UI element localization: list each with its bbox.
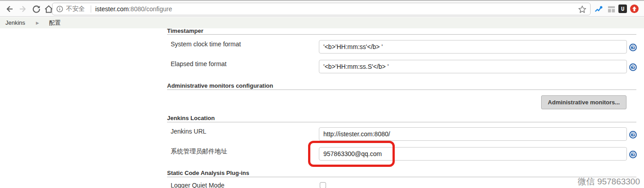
breadcrumb: Jenkins ▶ 配置 — [0, 17, 644, 28]
reload-button[interactable] — [31, 4, 41, 14]
administrative-monitors-button[interactable]: Administrative monitors... — [541, 95, 626, 109]
url-path: :8080/configure — [129, 5, 172, 13]
grid-icon — [607, 5, 616, 13]
system-clock-format-input[interactable] — [319, 40, 627, 54]
security-label: 不安全 — [66, 5, 85, 13]
omnibox-divider — [91, 5, 91, 13]
section-rule — [167, 90, 636, 90]
browser-toolbar: 不安全 istester.com:8080/configure — [0, 0, 644, 17]
help-icon[interactable]: ? — [629, 131, 637, 139]
section-title-admin-monitors: Administrative monitors configuration — [167, 82, 273, 89]
breadcrumb-arrow-icon: ▶ — [36, 21, 39, 25]
forward-button[interactable] — [18, 4, 28, 14]
back-icon — [5, 4, 14, 13]
breadcrumb-current: 配置 — [49, 19, 61, 27]
wechat-watermark: 微信 957863300 — [578, 176, 640, 188]
section-rule — [167, 34, 636, 35]
system-clock-format-label: System clock time format — [171, 40, 241, 48]
extension-grid-button[interactable] — [607, 4, 616, 13]
section-rule — [167, 122, 636, 122]
question-glyph: ? — [631, 45, 635, 50]
up-arrow-icon — [631, 6, 637, 12]
info-icon[interactable] — [56, 5, 63, 13]
jenkins-url-label: Jenkins URL — [171, 128, 206, 135]
section-title-jenkins-location: Jenkins Location — [167, 115, 215, 121]
star-icon — [578, 5, 587, 13]
extension-trend-button[interactable] — [594, 4, 603, 13]
elapsed-time-format-label: Elapsed time format — [171, 60, 227, 67]
section-title-timestamper: Timestamper — [167, 27, 203, 34]
breadcrumb-jenkins-link[interactable]: Jenkins — [5, 19, 25, 26]
admin-email-input[interactable] — [319, 147, 627, 161]
logger-quiet-mode-label: Logger Quiet Mode — [171, 182, 225, 188]
screenshot-stage: 不安全 istester.com:8080/configure — [0, 0, 644, 188]
trend-icon — [594, 4, 603, 13]
section-rule — [167, 177, 636, 177]
u-letter-icon: U — [621, 6, 624, 12]
extension-upload-button[interactable] — [630, 4, 639, 13]
help-icon[interactable]: ? — [629, 44, 637, 51]
section-title-static-analysis: Static Code Analysis Plug-ins — [167, 170, 249, 176]
bookmark-star-button[interactable] — [578, 5, 587, 13]
url-host: istester.com — [95, 5, 129, 13]
address-bar[interactable]: 不安全 istester.com:8080/configure — [52, 3, 591, 15]
help-icon[interactable]: ? — [629, 151, 637, 158]
extension-u-button[interactable]: U — [618, 4, 627, 13]
elapsed-time-format-input[interactable] — [319, 60, 627, 73]
logger-quiet-mode-checkbox[interactable] — [320, 182, 326, 188]
question-glyph: ? — [631, 132, 635, 138]
jenkins-url-input[interactable] — [319, 127, 627, 141]
question-glyph: ? — [631, 65, 635, 70]
admin-email-label: 系统管理员邮件地址 — [171, 148, 227, 156]
reload-icon — [32, 4, 41, 13]
forward-icon — [18, 4, 27, 13]
help-icon[interactable]: ? — [629, 63, 637, 71]
back-button[interactable] — [4, 4, 14, 14]
question-glyph: ? — [631, 152, 635, 157]
